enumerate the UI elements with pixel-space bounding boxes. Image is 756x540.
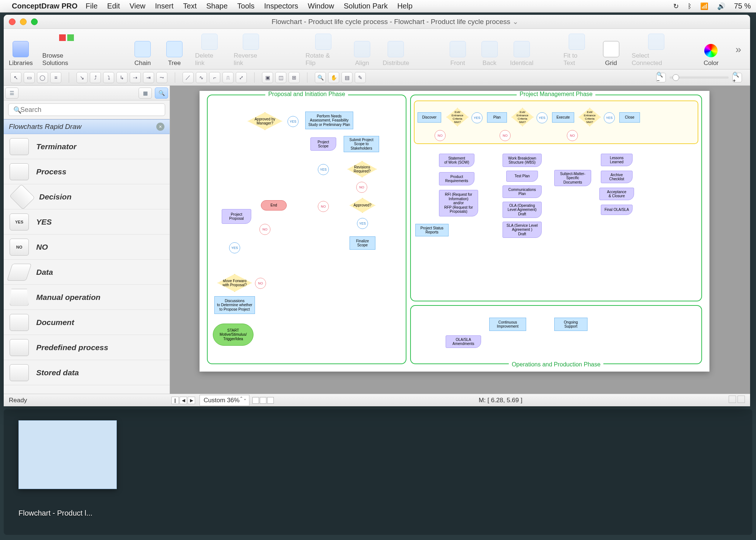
- stencil-stored-data[interactable]: Stored data: [4, 360, 170, 385]
- page-prev-button[interactable]: ◀: [180, 397, 187, 404]
- group-tool-1[interactable]: ▣: [262, 72, 273, 83]
- zoom-in-button[interactable]: 🔍+: [732, 73, 742, 82]
- stencil-yes[interactable]: YESYES: [4, 209, 170, 235]
- toolbar-overflow-button[interactable]: »: [732, 44, 745, 55]
- connector-tool-6[interactable]: ⇥: [143, 72, 154, 83]
- delete-link-button[interactable]: Delete link: [195, 34, 224, 67]
- identical-button[interactable]: Identical: [510, 41, 534, 67]
- menu-view[interactable]: View: [130, 2, 146, 10]
- no-2[interactable]: NO: [259, 224, 270, 235]
- distribute-button[interactable]: Distribute: [383, 41, 409, 67]
- node-close[interactable]: Close: [619, 112, 640, 123]
- menu-solution-park[interactable]: Solution Park: [344, 2, 388, 10]
- group-tool-3[interactable]: ⊞: [289, 72, 300, 83]
- menu-help[interactable]: Help: [397, 2, 412, 10]
- node-start[interactable]: START Motive/Stimulus/ Trigger/Idea: [213, 324, 253, 346]
- zoom-slider-knob[interactable]: [672, 74, 679, 81]
- align-button[interactable]: Align: [351, 41, 373, 67]
- minimized-window-thumbnail[interactable]: [18, 420, 117, 489]
- back-button[interactable]: Back: [479, 41, 501, 67]
- zoom-out-button[interactable]: 🔍−: [656, 73, 666, 82]
- sidebar-tab-search[interactable]: 🔍: [155, 88, 168, 99]
- stencil-manual-operation[interactable]: Manual operation: [4, 285, 170, 310]
- fit-to-text-button[interactable]: Fit to Text: [563, 34, 590, 67]
- search-input[interactable]: [8, 103, 165, 116]
- no-1[interactable]: NO: [255, 278, 266, 289]
- yes-p2[interactable]: YES: [537, 112, 548, 123]
- battery-percent[interactable]: 75 %: [734, 2, 751, 10]
- timemachine-icon[interactable]: ↻: [673, 3, 679, 10]
- yes-3[interactable]: YES: [318, 164, 329, 175]
- yes-4[interactable]: YES: [357, 218, 368, 229]
- no-p3[interactable]: NO: [567, 130, 578, 141]
- zoom-tool[interactable]: 🔍: [315, 72, 326, 83]
- menu-file[interactable]: File: [86, 2, 98, 10]
- title-chevron-icon[interactable]: ⌄: [512, 18, 518, 25]
- yes-2[interactable]: YES: [287, 116, 299, 127]
- stencil-process[interactable]: Process: [4, 159, 170, 184]
- node-ongoing[interactable]: Ongoing Support: [554, 318, 588, 331]
- bluetooth-icon[interactable]: ᛒ: [688, 3, 692, 10]
- grid-button[interactable]: Grid: [600, 41, 622, 67]
- node-end[interactable]: End: [261, 200, 287, 211]
- no-p1[interactable]: NO: [435, 130, 446, 141]
- pan-tool[interactable]: ✋: [328, 72, 339, 83]
- node-discussions[interactable]: Discussions to Determine whether to Prop…: [214, 296, 255, 314]
- connector-tool-2[interactable]: ⤴: [90, 72, 101, 83]
- text-tool[interactable]: ≡: [50, 72, 61, 83]
- eyedropper-tool[interactable]: ✎: [355, 72, 366, 83]
- wifi-icon[interactable]: 📶: [700, 3, 708, 10]
- stencil-data[interactable]: Data: [4, 260, 170, 285]
- menu-insert[interactable]: Insert: [155, 2, 174, 10]
- line-tool-1[interactable]: ／: [183, 72, 194, 83]
- line-tool-3[interactable]: ⌐: [209, 72, 220, 83]
- node-perform-needs[interactable]: Perform Needs Assessment, Feasibility St…: [305, 112, 353, 129]
- yes-p1[interactable]: YES: [471, 112, 483, 123]
- node-lessons[interactable]: Lessons Learned: [601, 154, 633, 166]
- menu-edit[interactable]: Edit: [107, 2, 120, 10]
- library-header[interactable]: Flowcharts Rapid Draw ×: [4, 119, 170, 134]
- connector-tool-4[interactable]: ↳: [116, 72, 127, 83]
- page-next-button[interactable]: ▶: [188, 397, 195, 404]
- node-final-ola[interactable]: Final OLA/SLA: [601, 205, 633, 215]
- stencil-no[interactable]: NONO: [4, 235, 170, 260]
- tree-button[interactable]: Tree: [163, 41, 185, 67]
- no-p2[interactable]: NO: [500, 130, 511, 141]
- node-ola[interactable]: OLA (Operating Level Agreement) Draft: [503, 202, 542, 218]
- node-comm-plan[interactable]: Communications Plan: [503, 185, 542, 198]
- libraries-button[interactable]: Libraries: [9, 41, 33, 67]
- stencil-document[interactable]: Document: [4, 310, 170, 335]
- line-tool-4[interactable]: ⎍: [222, 72, 234, 83]
- zoom-selector[interactable]: Custom 36%: [200, 395, 249, 406]
- zoom-window-button[interactable]: [31, 18, 38, 25]
- node-archive[interactable]: Archive Checklist: [601, 171, 633, 183]
- app-name[interactable]: ConceptDraw PRO: [12, 2, 78, 10]
- volume-icon[interactable]: 🔊: [717, 3, 725, 10]
- no-4[interactable]: NO: [318, 201, 329, 212]
- rectangle-tool[interactable]: ▭: [24, 72, 35, 83]
- node-status-reports[interactable]: Project Status Reports: [415, 224, 449, 236]
- stencil-predefined-process[interactable]: Predefined process: [4, 335, 170, 360]
- stencil-decision[interactable]: Decision: [4, 184, 170, 209]
- node-plan[interactable]: Plan: [487, 112, 507, 123]
- node-project-scope[interactable]: Project Scope: [310, 137, 336, 151]
- node-sla[interactable]: SLA (Service Level Agreement ) Draft: [503, 222, 542, 238]
- node-acceptance[interactable]: Acceptance & Closure: [599, 188, 634, 200]
- library-close-icon[interactable]: ×: [156, 123, 164, 131]
- connector-tool-5[interactable]: ⇢: [130, 72, 141, 83]
- node-sme[interactable]: Subject-Matter- Specific Documents: [554, 170, 591, 186]
- color-button[interactable]: Color: [700, 44, 722, 67]
- canvas[interactable]: Proposal and Initiation Phase Project Ma…: [170, 86, 750, 394]
- sidebar-tab-tree[interactable]: ☰: [5, 88, 18, 99]
- menu-window[interactable]: Window: [308, 2, 334, 10]
- group-tool-2[interactable]: ◫: [275, 72, 286, 83]
- window-titlebar[interactable]: Flowchart - Product life cycle process -…: [4, 15, 750, 29]
- yes-p3[interactable]: YES: [604, 112, 615, 123]
- node-prod-req[interactable]: Product Requirements: [439, 172, 474, 185]
- node-sow[interactable]: Statement of Work (SOW): [439, 154, 474, 167]
- rotate-flip-button[interactable]: Rotate & Flip: [306, 34, 341, 67]
- node-test-plan[interactable]: Test Plan: [506, 171, 538, 182]
- yes-1[interactable]: YES: [229, 242, 240, 253]
- connector-tool-7[interactable]: ⤳: [156, 72, 167, 83]
- select-connected-button[interactable]: Select Connected: [632, 34, 681, 67]
